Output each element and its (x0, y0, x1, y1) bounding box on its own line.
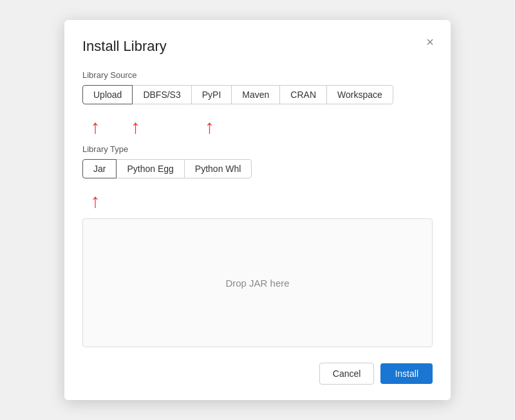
maven-arrow: ↑ (163, 117, 214, 137)
library-type-label: Library Type (82, 144, 433, 154)
dbfs-arrow: ↑ (108, 117, 163, 137)
source-tab-upload[interactable]: Upload (82, 85, 133, 104)
source-tab-workspace[interactable]: Workspace (326, 85, 393, 104)
install-library-dialog: Install Library × Library Source UploadD… (64, 20, 451, 400)
source-tab-maven[interactable]: Maven (231, 85, 280, 104)
library-type-tabs: JarPython EggPython Whl (82, 159, 433, 178)
library-source-label: Library Source (82, 70, 433, 80)
install-button[interactable]: Install (380, 363, 433, 384)
upload-arrow: ↑ (82, 117, 108, 137)
cancel-button[interactable]: Cancel (319, 363, 375, 385)
jar-arrow: ↑ (82, 191, 108, 211)
library-source-tabs: UploadDBFS/S3PyPIMavenCRANWorkspace (82, 85, 433, 104)
drop-zone[interactable]: Drop JAR here (82, 218, 433, 347)
drop-zone-text: Drop JAR here (225, 278, 289, 289)
close-button[interactable]: × (422, 33, 438, 51)
type-tab-jar[interactable]: Jar (82, 159, 117, 178)
type-tab-python-whl[interactable]: Python Whl (184, 159, 252, 178)
dialog-footer: Cancel Install (82, 363, 433, 385)
type-tab-python-egg[interactable]: Python Egg (116, 159, 184, 178)
dialog-title: Install Library (82, 38, 433, 55)
source-tab-pypi[interactable]: PyPI (191, 85, 232, 104)
source-tab-dbfs-s3[interactable]: DBFS/S3 (132, 85, 191, 104)
source-tab-cran[interactable]: CRAN (279, 85, 327, 104)
